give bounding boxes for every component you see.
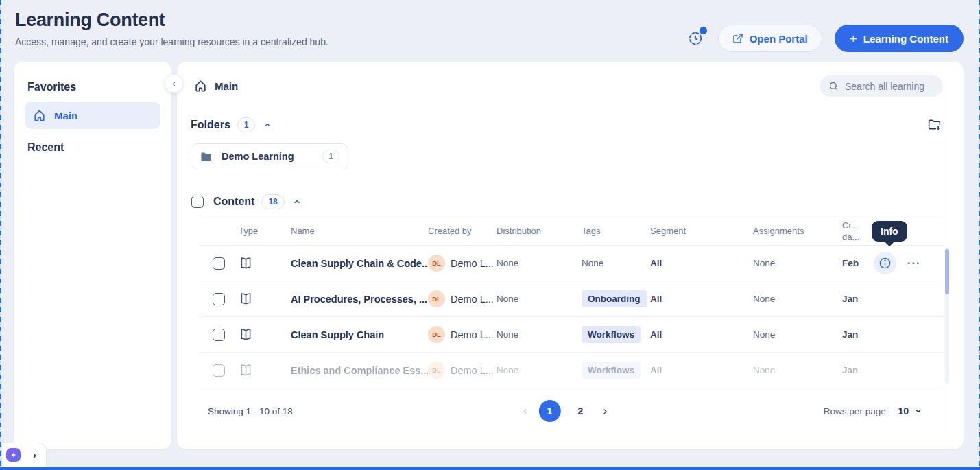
- breadcrumb[interactable]: Main: [194, 80, 238, 93]
- course-book-icon: [239, 363, 291, 377]
- add-learning-content-label: Learning Content: [863, 33, 948, 45]
- created-date-value: Jan: [842, 294, 874, 304]
- created-date-value: Feb: [842, 258, 874, 268]
- pagination-bar: Showing 1 - 10 of 18 ‹ 1 2 › Rows per pa…: [208, 399, 922, 423]
- home-icon: [194, 80, 207, 93]
- table-header-row: Type Name Created by Distribution Tags S…: [199, 218, 943, 246]
- column-name: Name: [291, 226, 428, 237]
- screen-edge-left: [0, 0, 1, 470]
- table-row[interactable]: Clean Supply Chain DLDemo L... None Work…: [199, 317, 943, 353]
- row-checkbox[interactable]: [213, 293, 225, 305]
- created-by: Demo L...: [451, 258, 494, 269]
- app-root: Learning Content Access, manage, and cre…: [0, 0, 980, 470]
- chevron-up-icon: [293, 198, 301, 206]
- created-by: Demo L...: [451, 294, 494, 305]
- column-created-by: Created by: [428, 226, 497, 237]
- content-section-label: Content: [213, 196, 254, 208]
- rows-per-page-label: Rows per page:: [824, 406, 889, 416]
- segment-value: All: [650, 329, 753, 340]
- rows-per-page-value: 10: [898, 406, 909, 416]
- assistant-corner-widget: ✦ ›: [1, 443, 47, 467]
- screen-edge-bottom: [0, 467, 980, 470]
- content-collapse-button[interactable]: [291, 196, 302, 207]
- select-all-checkbox[interactable]: [191, 196, 204, 208]
- table-row[interactable]: Ethics and Compliance Ess... DLDemo L...…: [199, 353, 943, 388]
- folder-card-demo-learning[interactable]: Demo Learning 1: [191, 143, 348, 169]
- content-name[interactable]: Ethics and Compliance Ess...: [291, 365, 428, 376]
- column-type: Type: [239, 226, 291, 237]
- home-icon: [33, 109, 46, 122]
- open-portal-button[interactable]: Open Portal: [718, 25, 822, 52]
- recent-heading: Recent: [27, 141, 158, 154]
- distribution-value: None: [497, 294, 582, 304]
- table-row[interactable]: Clean Supply Chain & Code... DLDemo L...…: [199, 246, 943, 281]
- course-book-icon: [239, 256, 291, 270]
- table-row[interactable]: AI Procedures, Processes, ... DLDemo L..…: [199, 281, 943, 317]
- row-checkbox[interactable]: [213, 364, 225, 377]
- row-checkbox[interactable]: [213, 257, 225, 270]
- breadcrumb-label: Main: [215, 80, 238, 92]
- notification-dot: [700, 27, 707, 34]
- next-page-button[interactable]: ›: [601, 404, 610, 418]
- scrollbar-thumb[interactable]: [945, 249, 949, 294]
- assignments-value: None: [753, 365, 842, 375]
- segment-value: All: [650, 258, 753, 268]
- previous-page-button[interactable]: ‹: [521, 404, 530, 418]
- sidebar: Favorites Main Recent: [14, 62, 171, 449]
- table-scrollbar[interactable]: [945, 248, 949, 384]
- column-created-date: Cr... da...: [842, 220, 874, 244]
- tags-value: None: [582, 258, 650, 268]
- distribution-value: None: [497, 258, 582, 268]
- showing-range-label: Showing 1 - 10 of 18: [208, 406, 293, 416]
- assignments-value: None: [753, 294, 842, 304]
- avatar: DL: [428, 290, 445, 307]
- content-name[interactable]: Clean Supply Chain & Code...: [291, 258, 428, 269]
- content-table: Info Type Name Created by Distribution T…: [199, 218, 943, 388]
- folders-collapse-button[interactable]: [262, 119, 273, 130]
- plus-icon: +: [850, 32, 857, 45]
- sync-history-button[interactable]: [685, 28, 706, 49]
- new-folder-button[interactable]: [926, 116, 943, 133]
- folders-count-badge: 1: [237, 117, 256, 132]
- search-box[interactable]: [820, 75, 943, 97]
- content-name[interactable]: Clean Supply Chain: [291, 329, 428, 340]
- created-date-value: Jan: [842, 365, 874, 375]
- more-options-button[interactable]: ...: [907, 261, 920, 266]
- assignments-value: None: [753, 329, 842, 340]
- rows-per-page-select[interactable]: 10: [898, 406, 922, 416]
- search-input[interactable]: [845, 81, 934, 92]
- folder-count-badge: 1: [322, 150, 339, 163]
- add-learning-content-button[interactable]: + Learning Content: [835, 25, 964, 52]
- external-link-icon: [732, 33, 743, 44]
- widget-expand-button[interactable]: ›: [33, 449, 36, 460]
- chevron-up-icon: [263, 121, 272, 129]
- course-book-icon: [239, 292, 291, 306]
- open-portal-label: Open Portal: [750, 33, 808, 45]
- column-segment: Segment: [650, 226, 753, 237]
- page-button-1[interactable]: 1: [539, 400, 561, 422]
- pager: ‹ 1 2 ›: [521, 400, 610, 422]
- content-name[interactable]: AI Procedures, Processes, ...: [291, 294, 428, 305]
- sidebar-collapse-button[interactable]: ‹: [165, 74, 183, 93]
- sidebar-item-main[interactable]: Main: [25, 102, 160, 129]
- distribution-value: None: [497, 329, 582, 340]
- info-button[interactable]: [874, 252, 896, 274]
- main-panel: Main Folders 1: [177, 62, 964, 449]
- page-title: Learning Content: [15, 10, 328, 31]
- segment-value: All: [650, 294, 753, 304]
- created-by: Demo L...: [451, 329, 494, 340]
- favorites-heading: Favorites: [27, 81, 158, 93]
- chevron-down-icon: [914, 407, 922, 415]
- distribution-value: None: [497, 365, 582, 375]
- page-button-2[interactable]: 2: [570, 400, 592, 422]
- created-date-value: Jan: [842, 329, 874, 340]
- tag-badge: Workflows: [582, 362, 641, 379]
- assistant-sparkle-icon[interactable]: ✦: [6, 448, 21, 462]
- assignments-value: None: [753, 258, 842, 268]
- page-header: Learning Content Access, manage, and cre…: [0, 0, 980, 62]
- row-checkbox[interactable]: [213, 329, 225, 341]
- tag-badge: Onboarding: [582, 290, 647, 307]
- avatar: DL: [428, 362, 445, 379]
- folder-name: Demo Learning: [222, 151, 313, 162]
- content-count-badge: 18: [261, 194, 284, 209]
